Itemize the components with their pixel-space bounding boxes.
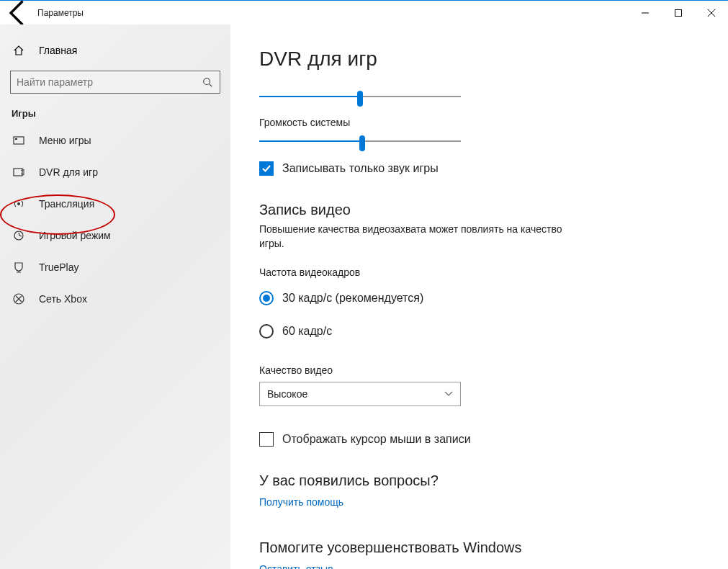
gamebar-icon bbox=[12, 135, 26, 146]
svg-point-4 bbox=[204, 79, 210, 85]
section-video-title: Запись видео bbox=[259, 202, 699, 218]
main-content: DVR для игр Громкость системы Записывать… bbox=[230, 24, 728, 569]
sidebar-home[interactable]: Главная bbox=[0, 36, 230, 65]
maximize-button[interactable] bbox=[662, 1, 695, 24]
radio-label: 30 кадр/с (рекомендуется) bbox=[282, 292, 423, 305]
show-cursor-checkbox[interactable]: Отображать курсор мыши в записи bbox=[259, 432, 699, 447]
nav-label: Сеть Xbox bbox=[39, 293, 87, 305]
svg-rect-8 bbox=[14, 169, 22, 176]
svg-line-5 bbox=[210, 84, 212, 87]
window-title: Параметры bbox=[37, 8, 84, 18]
mic-volume-slider[interactable] bbox=[259, 89, 461, 104]
back-button[interactable] bbox=[3, 1, 35, 24]
sidebar-item-gamebar[interactable]: Меню игры bbox=[0, 125, 230, 156]
xbox-icon bbox=[12, 293, 26, 305]
system-volume-label: Громкость системы bbox=[259, 117, 699, 128]
quality-select[interactable]: Высокое bbox=[259, 382, 461, 406]
radio-30fps[interactable]: 30 кадр/с (рекомендуется) bbox=[259, 291, 699, 305]
system-volume-slider[interactable] bbox=[259, 134, 461, 148]
get-help-link[interactable]: Получить помощь bbox=[259, 496, 699, 508]
checkbox-icon bbox=[259, 161, 274, 176]
trueplay-icon bbox=[12, 261, 26, 273]
search-input[interactable] bbox=[17, 76, 201, 88]
quality-label: Качество видео bbox=[259, 364, 699, 376]
broadcast-icon bbox=[12, 198, 26, 210]
sidebar-item-broadcast[interactable]: Трансляция bbox=[0, 188, 230, 220]
svg-point-9 bbox=[17, 202, 20, 205]
section-video-desc: Повышение качества видеозахвата может по… bbox=[259, 223, 583, 251]
checkbox-icon bbox=[259, 432, 274, 447]
radio-icon bbox=[259, 324, 274, 339]
dvr-icon bbox=[12, 166, 26, 178]
nav-label: Трансляция bbox=[39, 198, 94, 210]
search-icon bbox=[201, 77, 214, 87]
record-game-only-checkbox[interactable]: Записывать только звук игры bbox=[259, 161, 699, 176]
checkbox-label: Отображать курсор мыши в записи bbox=[282, 433, 471, 446]
sidebar-category: Игры bbox=[0, 94, 230, 125]
nav-label: DVR для игр bbox=[39, 166, 98, 178]
gamemode-icon bbox=[12, 230, 26, 241]
questions-title: У вас появились вопросы? bbox=[259, 472, 699, 489]
radio-60fps[interactable]: 60 кадр/с bbox=[259, 324, 699, 339]
sidebar-item-xbox[interactable]: Сеть Xbox bbox=[0, 283, 230, 315]
radio-icon bbox=[259, 291, 274, 305]
framerate-label: Частота видеокадров bbox=[259, 266, 699, 278]
titlebar: Параметры bbox=[0, 1, 728, 24]
svg-rect-7 bbox=[15, 138, 17, 140]
sidebar-item-trueplay[interactable]: TruePlay bbox=[0, 251, 230, 283]
nav-label: TruePlay bbox=[39, 261, 79, 273]
checkbox-label: Записывать только звук игры bbox=[282, 162, 439, 175]
search-box[interactable] bbox=[10, 71, 220, 94]
svg-rect-6 bbox=[14, 137, 24, 144]
sidebar-home-label: Главная bbox=[39, 45, 77, 56]
sidebar-item-dvr[interactable]: DVR для игр bbox=[0, 156, 230, 188]
feedback-title: Помогите усовершенствовать Windows bbox=[259, 539, 699, 556]
home-icon bbox=[12, 45, 26, 56]
nav-label: Меню игры bbox=[39, 135, 91, 146]
chevron-down-icon bbox=[444, 390, 453, 398]
sidebar: Главная Игры Меню игры DVR для игр Транс… bbox=[0, 24, 230, 569]
svg-point-10 bbox=[14, 231, 23, 240]
nav-label: Игровой режим bbox=[39, 230, 111, 241]
radio-label: 60 кадр/с bbox=[282, 325, 332, 338]
select-value: Высокое bbox=[267, 388, 307, 400]
close-button[interactable] bbox=[695, 1, 728, 24]
svg-rect-1 bbox=[675, 9, 682, 16]
minimize-button[interactable] bbox=[629, 1, 662, 24]
feedback-link[interactable]: Оставить отзыв bbox=[259, 563, 699, 569]
sidebar-item-gamemode[interactable]: Игровой режим bbox=[0, 220, 230, 251]
page-title: DVR для игр bbox=[259, 48, 699, 71]
